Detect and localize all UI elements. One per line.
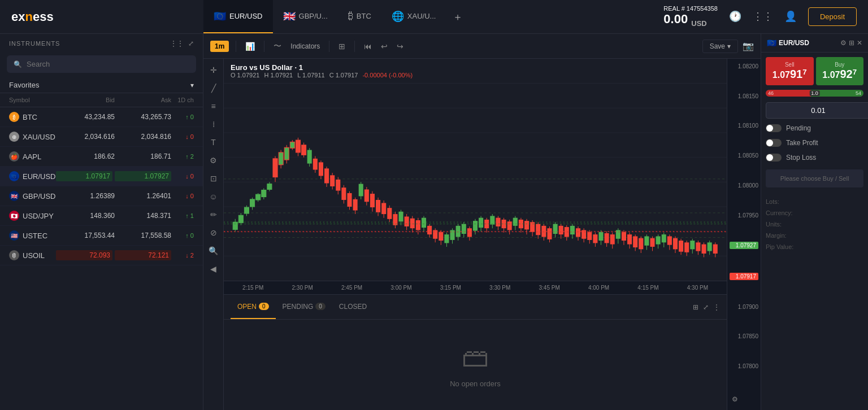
- rewind-icon[interactable]: ⏮: [362, 40, 374, 53]
- tab-pending[interactable]: PENDING 0: [276, 295, 332, 319]
- sell-button[interactable]: Sell 1.07917: [766, 57, 814, 85]
- svg-rect-56: [353, 199, 358, 211]
- svg-rect-158: [644, 236, 649, 245]
- account-info: REAL # 147554358 0.00 USD: [663, 5, 718, 28]
- instrument-row[interactable]: 🇬🇧 GBP/USD 1.26389 1.26401 ↓ 0: [0, 186, 203, 206]
- indicators-icon[interactable]: 〜: [271, 39, 284, 54]
- favorites-label: Favorites: [9, 81, 39, 89]
- stop-loss-toggle-row[interactable]: Stop Loss: [761, 150, 868, 165]
- svg-rect-160: [650, 238, 654, 247]
- trend-line-icon[interactable]: ╱: [209, 81, 218, 95]
- price-chart: Euro vs US Dollar · 1 O 1.07921 H 1.0792…: [224, 59, 727, 281]
- order-menu-icon[interactable]: ⋮: [713, 303, 720, 311]
- indicators-label[interactable]: Indicators: [288, 40, 322, 53]
- buy-button[interactable]: Buy 1.07927: [816, 57, 864, 85]
- clock-icon[interactable]: 🕐: [729, 10, 741, 23]
- right-panel: 🇪🇺 EUR/USD ⚙ ⊞ ✕ Sell 1.07917 Buy 1.0792…: [761, 34, 868, 410]
- tab-open[interactable]: OPEN 0: [231, 295, 276, 319]
- sidebar-menu-icon[interactable]: ⋮⋮: [170, 40, 184, 47]
- rp-settings-icon[interactable]: ⚙: [840, 39, 847, 47]
- instrument-row[interactable]: 🇯🇵 USD/JPY 148.360 148.371 ↑ 1: [0, 206, 203, 226]
- grid-icon[interactable]: ⋮⋮: [753, 10, 773, 23]
- redo-icon[interactable]: ↪: [394, 40, 406, 53]
- time-230: 2:30 PM: [277, 285, 327, 291]
- tab-btc-label: BTC: [357, 12, 371, 20]
- svg-rect-20: [250, 199, 255, 207]
- aapl-icon: 🍎: [9, 151, 19, 162]
- tab-btc[interactable]: ₿ BTC: [338, 0, 381, 33]
- tab-closed[interactable]: CLOSED: [332, 295, 374, 319]
- action-button[interactable]: Please choose Buy / Sell: [766, 169, 863, 187]
- svg-rect-40: [307, 150, 312, 164]
- pending-toggle[interactable]: [766, 124, 782, 132]
- chart-title: Euro vs US Dollar · 1 O 1.07921 H 1.0792…: [231, 63, 413, 78]
- svg-rect-156: [639, 238, 643, 250]
- timeframe-button[interactable]: 1m: [210, 41, 229, 52]
- svg-rect-36: [296, 140, 300, 152]
- sell-price-main: 1.07: [772, 70, 790, 80]
- pencil-icon[interactable]: ✏: [208, 208, 219, 221]
- account-type: REAL # 147554358: [663, 5, 718, 12]
- tab-xauusd[interactable]: 🌐 XAU/U...: [381, 0, 446, 33]
- account-icon[interactable]: 👤: [784, 10, 797, 23]
- svg-rect-38: [302, 145, 306, 155]
- account-balance: 0.00 USD: [663, 12, 718, 28]
- svg-rect-68: [387, 208, 392, 219]
- order-icon1[interactable]: ⊞: [693, 303, 698, 311]
- collapse-icon[interactable]: ◀: [208, 262, 219, 276]
- stop-loss-toggle[interactable]: [766, 154, 782, 162]
- margin-label: Margin:: [766, 230, 787, 242]
- deposit-button[interactable]: Deposit: [808, 7, 857, 26]
- instrument-row-eurusd[interactable]: 🇪🇺 EUR/USD 1.07917 1.07927 ↓ 0: [0, 167, 203, 186]
- spread-bar: 46 1.0 54: [766, 90, 863, 97]
- axis-settings-icon[interactable]: ⚙: [730, 393, 758, 405]
- svg-rect-120: [536, 224, 540, 235]
- save-chevron-icon: ▾: [727, 42, 731, 50]
- order-tabs: OPEN 0 PENDING 0 CLOSED ⊞ ⤢: [224, 295, 727, 320]
- logo-text: exness: [11, 10, 54, 24]
- rp-close-icon[interactable]: ✕: [857, 39, 862, 47]
- zoom-icon[interactable]: 🔍: [206, 244, 220, 258]
- column-headers: Symbol Bid Ask 1D ch: [0, 93, 203, 107]
- instrument-row[interactable]: 🇺🇸 USTEC 17,553.44 17,558.58 ↑ 0: [0, 226, 203, 246]
- price-108150: 1.08150: [730, 93, 758, 99]
- svg-rect-96: [467, 228, 472, 237]
- pattern-icon[interactable]: ⚙: [207, 154, 219, 167]
- pending-toggle-row[interactable]: Pending: [761, 121, 868, 136]
- lots-label: Lots:: [766, 197, 779, 208]
- ohlc-close: C 1.07917: [329, 72, 358, 78]
- favorites-row[interactable]: Favorites ▾: [0, 77, 203, 93]
- horizontal-line-icon[interactable]: ≡: [209, 99, 218, 113]
- eraser-icon[interactable]: ⊘: [208, 226, 219, 239]
- sidebar-expand-icon[interactable]: ⤢: [188, 40, 194, 47]
- take-profit-toggle-row[interactable]: Take Profit: [761, 136, 868, 150]
- search-box: 🔍: [7, 55, 196, 73]
- lot-input[interactable]: [766, 102, 868, 119]
- price-107900: 1.07900: [730, 304, 758, 310]
- svg-rect-24: [262, 190, 266, 197]
- pending-toggle-knob: [766, 125, 773, 132]
- search-input[interactable]: [27, 60, 189, 68]
- save-button[interactable]: Save ▾: [702, 40, 738, 53]
- instrument-row[interactable]: 🛢 USOIL 72.093 72.121 ↓ 2: [0, 246, 203, 265]
- take-profit-toggle[interactable]: [766, 139, 782, 147]
- chart-type-icon[interactable]: 📊: [243, 40, 257, 53]
- crosshair-icon[interactable]: ✛: [208, 63, 219, 77]
- order-expand-icon[interactable]: ⤢: [703, 303, 709, 311]
- instrument-row[interactable]: 🍎 AAPL 186.62 186.71 ↑ 2: [0, 147, 203, 167]
- layout-icon[interactable]: ⊞: [336, 40, 348, 53]
- add-tab-button[interactable]: ＋: [446, 10, 470, 24]
- instrument-row[interactable]: ₿ BTC 43,234.85 43,265.73 ↑ 0: [0, 107, 203, 127]
- tab-gbpusd[interactable]: 🇬🇧 GBP/U...: [273, 0, 338, 33]
- measure-icon[interactable]: ⊡: [208, 172, 219, 185]
- smile-icon[interactable]: ☺: [207, 190, 219, 203]
- instrument-row[interactable]: ⊕ XAU/USD 2,034.616 2,034.816 ↓ 0: [0, 127, 203, 147]
- text-icon[interactable]: T: [209, 136, 218, 149]
- trade-info: Lots: Currency: Units: Margin: Pip Value…: [761, 192, 868, 257]
- screenshot-button[interactable]: 📷: [743, 41, 754, 51]
- undo-icon[interactable]: ↩: [379, 40, 390, 53]
- svg-rect-60: [364, 189, 369, 202]
- rp-layout-icon[interactable]: ⊞: [849, 39, 854, 47]
- channel-icon[interactable]: ⁞: [210, 117, 217, 131]
- tab-eurusd[interactable]: 🇪🇺 EUR/USD: [203, 0, 273, 33]
